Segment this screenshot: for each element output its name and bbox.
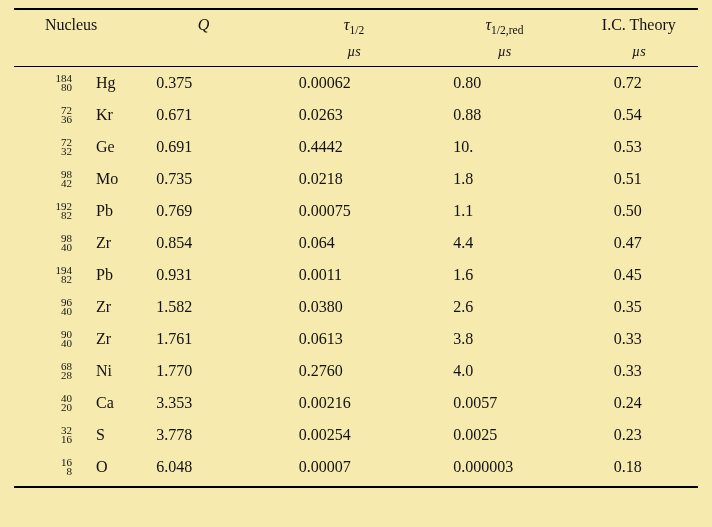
element-symbol: Kr <box>72 106 113 124</box>
element-symbol: S <box>72 426 105 444</box>
cell-tau12: 0.0218 <box>279 163 429 195</box>
cell-nucleus: 9840Zr <box>14 227 128 259</box>
cell-tau12: 0.00075 <box>279 195 429 227</box>
nuclide-symbol: 9040Zr <box>48 330 111 348</box>
table-body: 18480Hg0.3750.000620.800.727236Kr0.6710.… <box>14 67 698 488</box>
cell-tau12red: 10. <box>429 131 579 163</box>
atomic-number: 40 <box>48 306 72 317</box>
cell-ictheory: 0.33 <box>580 355 698 387</box>
nuclide-symbol: 3216S <box>48 426 105 444</box>
atomic-number: 8 <box>48 466 72 477</box>
table-row: 7236Kr0.6710.02630.880.54 <box>14 99 698 131</box>
cell-q: 6.048 <box>128 451 278 487</box>
cell-tau12red: 1.6 <box>429 259 579 291</box>
cell-nucleus: 7236Kr <box>14 99 128 131</box>
nuclide-symbol: 9842Mo <box>48 170 118 188</box>
cell-tau12red: 0.80 <box>429 67 579 100</box>
cell-tau12: 0.064 <box>279 227 429 259</box>
cell-ictheory: 0.47 <box>580 227 698 259</box>
nuclide-symbol: 9840Zr <box>48 234 111 252</box>
cell-nucleus: 7232Ge <box>14 131 128 163</box>
nuclide-symbol: 168O <box>48 458 108 476</box>
table-row: 19482Pb0.9310.00111.60.45 <box>14 259 698 291</box>
cell-tau12red: 0.88 <box>429 99 579 131</box>
table-header-row: Nucleus Q τ1/2 τ1/2,red I.C. Theory <box>14 9 698 42</box>
nuclide-symbol: 7232Ge <box>48 138 115 156</box>
cell-tau12red: 0.0025 <box>429 419 579 451</box>
cell-tau12red: 1.8 <box>429 163 579 195</box>
table-row: 7232Ge0.6910.444210.0.53 <box>14 131 698 163</box>
cell-tau12: 0.00062 <box>279 67 429 100</box>
cell-ictheory: 0.54 <box>580 99 698 131</box>
cell-q: 0.691 <box>128 131 278 163</box>
element-symbol: Pb <box>72 202 113 220</box>
table-header-units-row: µs µs µs <box>14 42 698 67</box>
table-row: 9040Zr1.7610.06133.80.33 <box>14 323 698 355</box>
cell-q: 3.778 <box>128 419 278 451</box>
cell-ictheory: 0.51 <box>580 163 698 195</box>
cell-tau12red: 3.8 <box>429 323 579 355</box>
cell-q: 0.769 <box>128 195 278 227</box>
cell-nucleus: 3216S <box>14 419 128 451</box>
atomic-number: 20 <box>48 402 72 413</box>
nuclide-symbol: 7236Kr <box>48 106 113 124</box>
atomic-number: 40 <box>48 242 72 253</box>
table-wrapper: Nucleus Q τ1/2 τ1/2,red I.C. Theory µs µ… <box>0 0 712 496</box>
nuclide-symbol: 4020Ca <box>48 394 114 412</box>
cell-q: 0.671 <box>128 99 278 131</box>
element-symbol: Ca <box>72 394 114 412</box>
cell-tau12red: 1.1 <box>429 195 579 227</box>
th-tau12red-unit: µs <box>429 42 579 67</box>
cell-ictheory: 0.45 <box>580 259 698 291</box>
cell-q: 0.375 <box>128 67 278 100</box>
cell-nucleus: 9040Zr <box>14 323 128 355</box>
element-symbol: O <box>72 458 108 476</box>
cell-nucleus: 19282Pb <box>14 195 128 227</box>
th-tau12-unit: µs <box>279 42 429 67</box>
cell-nucleus: 6828Ni <box>14 355 128 387</box>
atomic-number: 36 <box>48 114 72 125</box>
table-row: 4020Ca3.3530.002160.00570.24 <box>14 387 698 419</box>
cell-nucleus: 9842Mo <box>14 163 128 195</box>
cell-tau12: 0.0263 <box>279 99 429 131</box>
element-symbol: Zr <box>72 298 111 316</box>
element-symbol: Ge <box>72 138 115 156</box>
atomic-number: 40 <box>48 338 72 349</box>
nuclide-symbol: 19282Pb <box>48 202 113 220</box>
cell-ictheory: 0.23 <box>580 419 698 451</box>
nuclide-symbol: 6828Ni <box>48 362 112 380</box>
nuclear-data-table: Nucleus Q τ1/2 τ1/2,red I.C. Theory µs µ… <box>14 8 698 488</box>
cell-q: 0.735 <box>128 163 278 195</box>
cell-tau12red: 0.0057 <box>429 387 579 419</box>
cell-nucleus: 18480Hg <box>14 67 128 100</box>
table-row: 9842Mo0.7350.02181.80.51 <box>14 163 698 195</box>
table-row: 9640Zr1.5820.03802.60.35 <box>14 291 698 323</box>
cell-nucleus: 9640Zr <box>14 291 128 323</box>
cell-q: 1.582 <box>128 291 278 323</box>
cell-ictheory: 0.18 <box>580 451 698 487</box>
cell-tau12: 0.00007 <box>279 451 429 487</box>
table-row: 3216S3.7780.002540.00250.23 <box>14 419 698 451</box>
element-symbol: Mo <box>72 170 118 188</box>
element-symbol: Zr <box>72 330 111 348</box>
cell-q: 3.353 <box>128 387 278 419</box>
atomic-number: 82 <box>48 274 72 285</box>
cell-tau12: 0.00216 <box>279 387 429 419</box>
cell-nucleus: 168O <box>14 451 128 487</box>
atomic-number: 82 <box>48 210 72 221</box>
cell-ictheory: 0.24 <box>580 387 698 419</box>
cell-tau12red: 4.4 <box>429 227 579 259</box>
th-q: Q <box>128 9 278 42</box>
cell-q: 0.931 <box>128 259 278 291</box>
atomic-number: 80 <box>48 82 72 93</box>
element-symbol: Zr <box>72 234 111 252</box>
cell-tau12red: 4.0 <box>429 355 579 387</box>
th-ictheory-unit: µs <box>580 42 698 67</box>
element-symbol: Pb <box>72 266 113 284</box>
cell-ictheory: 0.35 <box>580 291 698 323</box>
cell-tau12: 0.4442 <box>279 131 429 163</box>
nuclide-symbol: 18480Hg <box>48 74 116 92</box>
cell-tau12: 0.0011 <box>279 259 429 291</box>
th-tau12red: τ1/2,red <box>429 9 579 42</box>
cell-tau12: 0.2760 <box>279 355 429 387</box>
